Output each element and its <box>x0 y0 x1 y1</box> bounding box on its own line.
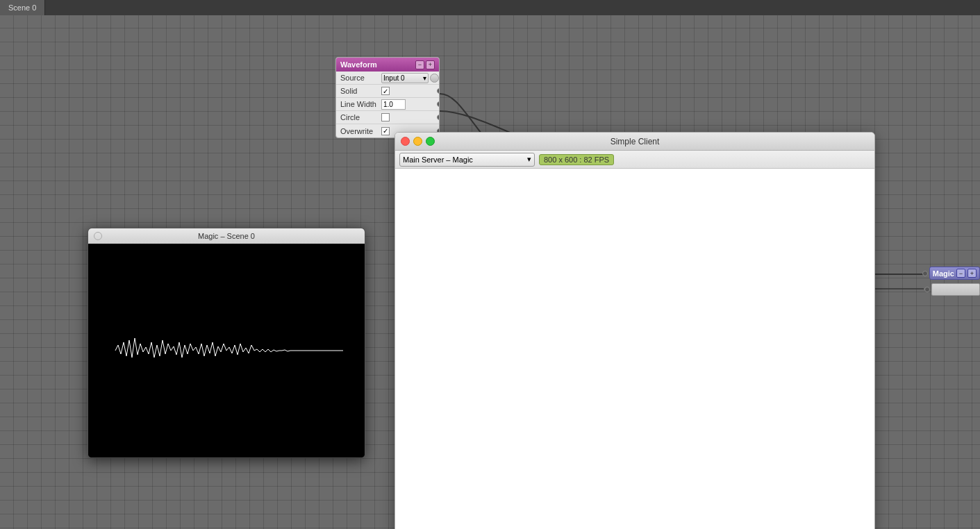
chevron-down-icon: ▾ <box>423 74 426 82</box>
waveform-row-source: Source Input 0 ▾ <box>336 72 439 85</box>
magic-node-row2-connector <box>924 283 980 296</box>
waveform-row-linewidth: Line Width 1.0 <box>336 98 439 111</box>
scene-titlebar: Magic – Scene 0 <box>88 228 365 244</box>
waveform-visualization <box>108 330 344 371</box>
close-button[interactable] <box>401 137 410 146</box>
window-buttons <box>401 137 435 146</box>
scene-content <box>88 244 365 457</box>
server-dropdown-value: Main Server – Magic <box>403 156 473 164</box>
simple-client-window: Simple Client Main Server – Magic ▾ 800 … <box>395 132 875 529</box>
scene-window-title: Magic – Scene 0 <box>198 232 255 240</box>
circle-checkbox[interactable] <box>381 113 390 121</box>
tab-bar: Scene 0 <box>0 0 980 15</box>
linewidth-input[interactable]: 1.0 <box>381 99 406 110</box>
circle-control <box>381 113 439 121</box>
waveform-row-solid: Solid ✓ <box>336 85 439 98</box>
linewidth-label: Line Width <box>336 100 381 108</box>
waveform-title: Waveform <box>340 60 377 69</box>
server-dropdown[interactable]: Main Server – Magic ▾ <box>399 153 535 167</box>
overwrite-label: Overwrite <box>336 127 381 135</box>
source-label: Source <box>336 74 381 82</box>
solid-control: ✓ <box>381 87 439 95</box>
source-reset-btn[interactable] <box>430 74 439 83</box>
overwrite-checkbox[interactable]: ✓ <box>381 127 390 135</box>
waveform-header: Waveform − + <box>336 58 439 72</box>
simple-client-title: Simple Client <box>611 137 660 146</box>
scene-window: Magic – Scene 0 <box>88 228 365 458</box>
linewidth-value: 1.0 <box>383 101 393 108</box>
source-control: Input 0 ▾ <box>381 73 429 83</box>
waveform-row-circle: Circle <box>336 111 439 124</box>
magic-node-minus-btn[interactable]: − <box>956 269 965 278</box>
magic-node: Magic − + <box>922 267 980 280</box>
solid-label: Solid <box>336 87 381 95</box>
maximize-button[interactable] <box>426 137 435 146</box>
magic-node-row2-dot <box>924 287 930 292</box>
waveform-plus-btn[interactable]: + <box>426 60 435 69</box>
fps-value: 800 x 600 : 82 FPS <box>544 156 609 164</box>
solid-connector-dot <box>437 88 440 94</box>
scene-circle-icon <box>94 232 102 240</box>
tab-scene0[interactable]: Scene 0 <box>0 0 45 15</box>
magic-node-row2-input[interactable] <box>931 283 980 296</box>
waveform-panel: Waveform − + Source Input 0 ▾ Solid ✓ Li… <box>335 57 440 138</box>
solid-checkbox[interactable]: ✓ <box>381 87 390 95</box>
magic-node-row2 <box>924 283 980 296</box>
source-dropdown[interactable]: Input 0 ▾ <box>381 73 429 83</box>
linewidth-control: 1.0 <box>381 99 439 110</box>
tab-scene0-label: Scene 0 <box>8 3 36 12</box>
simple-client-titlebar: Simple Client <box>395 133 874 151</box>
source-value: Input 0 <box>383 74 405 82</box>
waveform-minus-btn[interactable]: − <box>415 60 424 69</box>
simple-client-toolbar: Main Server – Magic ▾ 800 x 600 : 82 FPS <box>395 151 874 169</box>
minimize-button[interactable] <box>413 137 422 146</box>
fps-badge: 800 x 600 : 82 FPS <box>539 154 614 165</box>
magic-node-input-connector <box>922 271 928 276</box>
circle-label: Circle <box>336 113 381 121</box>
simple-client-content <box>395 169 874 529</box>
magic-node-plus-btn[interactable]: + <box>967 269 977 278</box>
linewidth-connector-dot <box>437 101 440 107</box>
magic-node-panel: Magic − + <box>929 267 980 280</box>
waveform-header-buttons: − + <box>415 60 435 69</box>
circle-connector-dot <box>437 115 440 120</box>
server-dropdown-chevron: ▾ <box>527 155 531 164</box>
magic-node-label: Magic <box>933 269 954 278</box>
